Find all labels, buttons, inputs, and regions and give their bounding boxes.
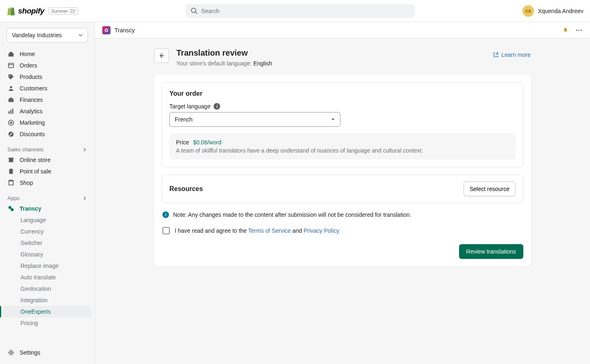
customers-icon	[7, 85, 15, 92]
search-input[interactable]: Search	[186, 4, 415, 18]
finances-icon	[7, 96, 15, 103]
chevron-right-icon[interactable]	[82, 147, 87, 152]
svg-point-0	[191, 8, 196, 12]
orders-icon	[7, 62, 15, 69]
search-wrap: Search	[78, 4, 522, 18]
svg-rect-8	[10, 110, 11, 114]
nav-products[interactable]: Products	[3, 71, 91, 83]
svg-point-17	[10, 351, 12, 353]
subnav-integration[interactable]: Integration	[3, 294, 91, 306]
subnav-oneexperts[interactable]: OneExperts	[3, 306, 91, 317]
pin-icon[interactable]	[562, 27, 569, 34]
svg-point-18	[576, 29, 577, 31]
svg-point-15	[9, 206, 11, 209]
nav-customers[interactable]: Customers	[3, 83, 91, 94]
page-title: Translation review	[176, 48, 272, 58]
order-card-title: Your order	[169, 90, 516, 97]
caret-down-icon	[331, 117, 335, 121]
select-resource-button[interactable]: Select resource	[464, 182, 516, 196]
svg-point-11	[10, 121, 12, 124]
price-description: A team of skillful translators have a de…	[176, 147, 509, 154]
marketing-icon	[7, 119, 15, 126]
review-translations-button[interactable]: Review translations	[459, 244, 523, 259]
privacy-link[interactable]: Privacy Policy.	[304, 227, 340, 234]
svg-rect-14	[9, 169, 13, 174]
user-menu[interactable]: XA Xquenda Andreev	[522, 5, 583, 17]
subnav-pricing[interactable]: Pricing	[3, 317, 91, 329]
svg-rect-2	[9, 63, 14, 68]
topbar: shopify Summer '22 Search XA Xquenda And…	[0, 0, 590, 22]
page-header: Translation review Your store's default …	[154, 48, 531, 67]
agree-checkbox[interactable]	[162, 227, 170, 234]
tos-link[interactable]: Terms of Service	[248, 227, 291, 234]
subnav-switcher[interactable]: Switcher	[3, 237, 91, 249]
svg-rect-7	[9, 111, 10, 114]
agree-row: I have read and agree to the Terms of Se…	[162, 225, 523, 236]
subnav-glossary[interactable]: Glossary	[3, 249, 91, 260]
pos-icon	[7, 168, 15, 175]
svg-point-20	[581, 29, 582, 31]
nav-orders[interactable]: Orders	[3, 60, 91, 71]
subnav-replace-image[interactable]: Replace image	[3, 260, 91, 272]
nav-app-transcy[interactable]: Transcy	[3, 203, 91, 214]
back-button[interactable]	[154, 48, 169, 63]
chevron-right-icon[interactable]	[82, 196, 87, 201]
summer-badge: Summer '22	[48, 7, 78, 15]
nav-discounts[interactable]: Discounts	[3, 128, 91, 140]
app-name: Transcy	[115, 27, 135, 34]
page-subtitle: Your store's default language: English	[176, 60, 272, 67]
agree-text: I have read and agree to the Terms of Se…	[175, 227, 340, 234]
caret-down-icon	[79, 33, 83, 37]
note-text: Note: Any changes made to the content af…	[173, 211, 411, 218]
svg-point-4	[9, 75, 10, 76]
target-language-label: Target language i	[169, 103, 516, 110]
discounts-icon	[7, 130, 15, 138]
search-placeholder: Search	[201, 8, 219, 14]
more-icon[interactable]	[575, 27, 583, 34]
shopify-logo-icon	[7, 6, 16, 16]
svg-rect-6	[9, 99, 14, 102]
nav-point-of-sale[interactable]: Point of sale	[3, 166, 91, 177]
learn-more-link[interactable]: Learn more	[493, 52, 531, 58]
user-name: Xquenda Andreev	[538, 8, 583, 14]
products-icon	[7, 73, 15, 81]
info-icon[interactable]: i	[214, 103, 220, 110]
main: Transcy Translation review Your store's …	[95, 22, 590, 364]
sidebar: Vandelay Industries Home Orders Products…	[0, 22, 95, 364]
transcy-icon	[7, 205, 15, 212]
store-selector[interactable]: Vandelay Industries	[7, 28, 88, 43]
analytics-icon	[7, 108, 15, 115]
nav-home[interactable]: Home	[3, 48, 91, 60]
svg-point-19	[578, 29, 579, 31]
target-language-select[interactable]: French	[169, 112, 340, 127]
nav-finances[interactable]: Finances	[3, 94, 91, 106]
price-value: $0.06/word	[193, 139, 221, 146]
nav-analytics[interactable]: Analytics	[3, 106, 91, 117]
subnav-auto-translate[interactable]: Auto translate	[3, 272, 91, 283]
nav-marketing[interactable]: Marketing	[3, 117, 91, 128]
search-icon	[191, 7, 198, 15]
subnav-language[interactable]: Language	[3, 214, 91, 226]
subnav-geolocation[interactable]: Geolocation	[3, 283, 91, 294]
subnav-currency[interactable]: Currency	[3, 226, 91, 237]
info-icon: i	[162, 211, 169, 218]
gear-icon	[7, 349, 15, 356]
svg-rect-9	[12, 109, 14, 114]
price-box: Price $0.06/word A team of skillful tran…	[169, 133, 516, 160]
svg-line-1	[196, 12, 198, 14]
shop-icon	[7, 179, 15, 186]
note-row: i Note: Any changes made to the content …	[162, 210, 523, 220]
app-bar: Transcy	[95, 22, 590, 38]
logo[interactable]: shopify Summer '22	[7, 6, 78, 16]
avatar: XA	[522, 5, 534, 17]
price-label: Price	[176, 139, 189, 146]
main-card: Your order Target language i French Pric…	[154, 75, 531, 266]
nav-shop[interactable]: Shop	[3, 177, 91, 189]
app-icon	[102, 26, 110, 34]
resources-title: Resources	[169, 185, 203, 193]
external-link-icon	[493, 52, 499, 58]
store-icon	[7, 156, 15, 164]
logo-text: shopify	[18, 7, 44, 16]
nav-online-store[interactable]: Online store	[3, 154, 91, 166]
nav-settings[interactable]: Settings	[3, 347, 91, 358]
